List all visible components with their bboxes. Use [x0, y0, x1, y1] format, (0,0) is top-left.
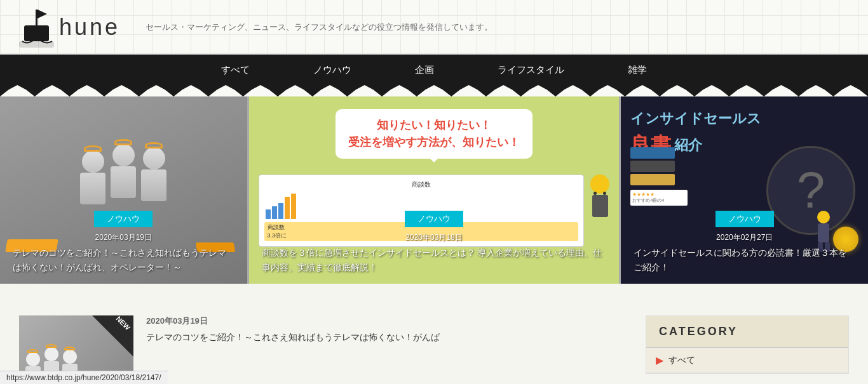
article-date: 2020年03月19日 [146, 315, 633, 327]
slide2-date: 2020年03月18日 [262, 232, 607, 243]
svg-rect-3 [19, 41, 54, 48]
category-box: CATEGORY ▶ すべて [646, 315, 849, 374]
nav-items: すべて ノウハウ 企画 ライフスタイル 雑学 [189, 55, 679, 85]
slide2-badge: ノウハウ [405, 211, 463, 227]
slide3-overlay: ノウハウ 2020年02月27日 インサイドセールスに関わる方の必読書！厳選３本… [621, 96, 868, 284]
slide1-date: 2020年03月19日 [13, 232, 234, 243]
slide1-overlay: ノウハウ 2020年03月19日 テレマのコツをご紹介！～これさえ知ればもうテレ… [0, 96, 247, 284]
slide3-title: インサイドセールスに関わる方の必読書！厳選３本をご紹介！ [634, 246, 855, 274]
slide2-title: 商談数を３倍に急増させたインサイドセールスとは？ 導入企業が増えている理由、仕事… [262, 246, 607, 274]
status-bar: https://www.btdp.co.jp/hune/2020/03/18/2… [0, 371, 168, 384]
hero-slide-3[interactable]: インサイドセールス 良書 紹介 ★★★★★ おすすめ4冊の4 ? [621, 96, 868, 284]
nav-item-zatugaku[interactable]: 雑学 [596, 55, 679, 85]
header: hune セールス・マーケティング、ニュース、ライフスタイルなどの役立つ情報を発… [0, 0, 868, 55]
svg-marker-2 [37, 10, 47, 18]
nav-item-kikaku[interactable]: 企画 [383, 55, 466, 85]
slide1-title: テレマのコツをご紹介！～これさえ知ればもうテレマは怖くない！がんばれ、オペレータ… [13, 246, 234, 274]
slide2-overlay: ノウハウ 2020年03月18日 商談数を３倍に急増させたインサイドセールスとは… [249, 96, 620, 284]
article-text: 2020年03月19日 テレマのコツをご紹介！～これさえ知ればもうテレマは怖くな… [146, 315, 633, 384]
status-url: https://www.btdp.co.jp/hune/2020/03/18/2… [6, 373, 161, 382]
nav-item-all[interactable]: すべて [189, 55, 281, 85]
article-excerpt[interactable]: テレマのコツをご紹介！～これさえ知ればもうテレマは怖くない！がんば [146, 330, 633, 345]
category-title: CATEGORY [646, 316, 848, 348]
wave-decoration [0, 85, 868, 96]
hero-slide-2[interactable]: 知りたい！知りたい！ 受注を増やす方法が、知りたい！ 商談数 商談数3 [247, 96, 621, 284]
sidebar: CATEGORY ▶ すべて [646, 315, 849, 384]
slide1-badge: ノウハウ [94, 211, 153, 227]
logo-area: hune [19, 6, 120, 48]
slide3-date: 2020年02月27日 [634, 232, 855, 243]
slide3-badge: ノウハウ [715, 211, 774, 227]
nav-item-lifestyle[interactable]: ライフスタイル [466, 55, 596, 85]
hero-slide-1[interactable]: ノウハウ 2020年03月19日 テレマのコツをご紹介！～これさえ知ればもうテレ… [0, 96, 247, 284]
main-navigation: すべて ノウハウ 企画 ライフスタイル 雑学 [0, 55, 868, 85]
svg-rect-0 [24, 25, 49, 41]
logo-ship-icon [19, 6, 54, 48]
svg-rect-1 [36, 10, 37, 27]
logo-text: hune [59, 14, 120, 41]
header-tagline: セールス・マーケティング、ニュース、ライフスタイルなどの役立つ情報を発信していま… [146, 22, 492, 33]
nav-item-knowhow[interactable]: ノウハウ [281, 55, 383, 85]
gap-section [0, 284, 868, 315]
category-arrow-icon: ▶ [656, 354, 663, 366]
hero-carousel: ノウハウ 2020年03月19日 テレマのコツをご紹介！～これさえ知ればもうテレ… [0, 96, 868, 284]
category-item-all-label: すべて [668, 355, 695, 366]
category-item-all[interactable]: ▶ すべて [646, 348, 848, 373]
